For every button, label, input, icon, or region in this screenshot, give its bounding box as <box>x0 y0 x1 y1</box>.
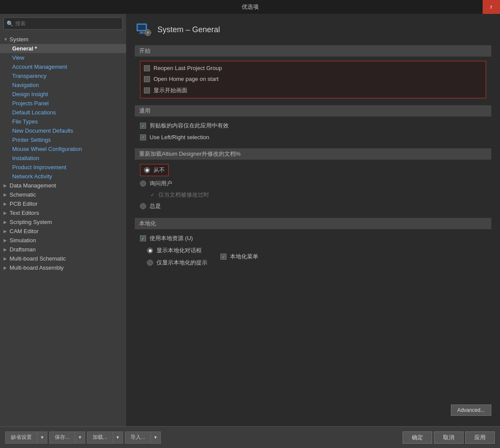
label-always: 总是 <box>150 202 161 210</box>
sidebar-item-label-file-types: File Types <box>12 118 38 125</box>
sidebar-item-account-mgmt[interactable]: Account Management <box>0 62 126 71</box>
sidebar-item-network-activity[interactable]: Network Activity <box>0 172 126 181</box>
sidebar-item-default-locations[interactable]: Default Locations <box>0 108 126 117</box>
tree-arrow-system: ▼ <box>3 37 10 42</box>
radio-always-row[interactable]: 总是 <box>140 201 486 211</box>
sidebar-item-label-simulation: Simulation <box>10 237 36 244</box>
sidebar-item-installation[interactable]: Installation <box>0 154 126 163</box>
checkbox-reopen-last-input[interactable] <box>144 65 150 71</box>
label-clipboard-local: 剪贴板的内容仅在此应用中有效 <box>150 122 229 130</box>
sidebar-item-label-projects-panel: Projects Panel <box>12 100 49 107</box>
label-only-when-modified: 仅当文档被修改过时 <box>158 191 209 199</box>
sidebar-item-data-mgmt[interactable]: ▶Data Management <box>0 181 126 190</box>
sidebar-item-label-network-activity: Network Activity <box>12 173 52 180</box>
sidebar-item-navigation[interactable]: Navigation <box>0 80 126 90</box>
advanced-button[interactable]: Advanced... <box>451 405 491 416</box>
import-arrow[interactable]: ▼ <box>151 431 161 444</box>
label-use-leftright: Use Left/Right selection <box>150 134 209 140</box>
tree-arrow-cam-editor: ▶ <box>3 229 10 234</box>
radio-ask-user-row[interactable]: 询问用户 <box>140 179 486 188</box>
radio-show-dialogs-row[interactable]: 显示本地化对话框 <box>147 246 207 255</box>
sidebar-item-file-types[interactable]: File Types <box>0 117 126 126</box>
sidebar-item-mouse-wheel[interactable]: Mouse Wheel Configuration <box>0 144 126 154</box>
search-box[interactable]: 🔍 <box>3 17 123 30</box>
checkbox-local-menu[interactable]: 本地化菜单 <box>220 252 258 261</box>
page-icon <box>135 21 152 38</box>
tree-arrow-schematic: ▶ <box>3 192 10 197</box>
import-button[interactable]: 导入... <box>125 431 151 444</box>
bottom-right: Advanced... <box>135 405 491 419</box>
search-input[interactable] <box>15 20 120 27</box>
sidebar-item-transparency[interactable]: Transparency <box>0 71 126 80</box>
radio-ask-user-input[interactable] <box>140 181 146 187</box>
tree-arrow-simulation: ▶ <box>3 238 10 243</box>
sidebar-item-label-data-mgmt: Data Management <box>10 182 56 189</box>
checkbox-show-splash-input[interactable] <box>144 87 150 94</box>
sidebar-item-text-editors[interactable]: ▶Text Editors <box>0 208 126 217</box>
sidebar-item-label-schematic: Schematic <box>10 191 36 198</box>
sidebar-item-multiboard-sch[interactable]: ▶Multi-board Schematic <box>0 254 126 263</box>
default-settings-button[interactable]: 缺省设置 <box>5 431 37 444</box>
load-arrow[interactable]: ▼ <box>113 431 123 444</box>
apply-button[interactable]: 应用 <box>465 431 495 444</box>
section-header-start: 开始 <box>135 45 491 57</box>
radio-always-input[interactable] <box>140 203 146 209</box>
save-button[interactable]: 保存... <box>49 431 75 444</box>
checkbox-reopen-last[interactable]: Reopen Last Project Group <box>144 64 482 72</box>
sidebar-item-label-draftsman: Draftsman <box>10 246 36 253</box>
sidebar-item-label-transparency: Transparency <box>12 73 47 79</box>
sidebar-item-scripting[interactable]: ▶Scripting System <box>0 217 126 227</box>
dialog-title: 优选项 <box>242 3 259 11</box>
checkbox-use-local[interactable]: 使用本地资源 (U) <box>140 234 486 243</box>
radio-show-dialogs-input[interactable] <box>147 247 153 254</box>
checkbox-use-leftright[interactable]: Use Left/Right selection <box>140 133 486 141</box>
sidebar-item-cam-editor[interactable]: ▶CAM Editor <box>0 227 126 236</box>
ok-button[interactable]: 确定 <box>403 431 432 444</box>
checkbox-open-home-input[interactable] <box>144 76 150 82</box>
radio-show-tips-row[interactable]: 仅显示本地化的提示 <box>147 258 207 267</box>
sidebar-item-general[interactable]: General * <box>0 44 126 53</box>
checkbox-use-leftright-input[interactable] <box>140 134 146 140</box>
sidebar-item-schematic[interactable]: ▶Schematic <box>0 190 126 199</box>
checkbox-open-home[interactable]: Open Home page on start <box>144 75 482 83</box>
section-header-localization: 本地化 <box>135 218 491 229</box>
sidebar-item-label-installation: Installation <box>12 155 39 161</box>
sidebar-item-projects-panel[interactable]: Projects Panel <box>0 99 126 108</box>
radio-show-tips-input[interactable] <box>147 260 153 266</box>
sidebar-item-view[interactable]: View <box>0 53 126 62</box>
sidebar-item-pcb-editor[interactable]: ▶PCB Editor <box>0 199 126 208</box>
localization-radios: 显示本地化对话框 仅显示本地化的提示 <box>147 246 207 267</box>
content-sections: 开始 Reopen Last Project Group Open Home p… <box>135 45 491 401</box>
checkbox-clipboard-local[interactable]: 剪贴板的内容仅在此应用中有效 <box>140 121 486 130</box>
sidebar-item-system[interactable]: ▼System <box>0 35 126 44</box>
localization-sub-options: 显示本地化对话框 仅显示本地化的提示 本地化菜单 <box>140 246 486 267</box>
load-group: 加载... ▼ <box>87 431 123 444</box>
checkbox-clipboard-local-input[interactable] <box>140 123 146 129</box>
sidebar-item-draftsman[interactable]: ▶Draftsman <box>0 245 126 254</box>
checkbox-use-local-input[interactable] <box>140 235 146 241</box>
default-settings-arrow[interactable]: ▼ <box>37 431 47 444</box>
radio-never-input[interactable] <box>144 167 150 173</box>
sidebar-item-product-improvement[interactable]: Product Improvement <box>0 163 126 172</box>
load-button[interactable]: 加载... <box>87 431 113 444</box>
close-button[interactable]: r <box>483 0 500 14</box>
checkbox-local-menu-input[interactable] <box>220 254 227 260</box>
label-local-menu: 本地化菜单 <box>230 253 258 261</box>
label-ask-user: 询问用户 <box>150 180 172 187</box>
section-header-reload: 重新加载Altium Designer外修改的文档% <box>135 148 491 160</box>
save-arrow[interactable]: ▼ <box>75 431 85 444</box>
import-group: 导入... ▼ <box>125 431 161 444</box>
sidebar-item-multiboard-asm[interactable]: ▶Multi-board Assembly <box>0 263 126 272</box>
sidebar-item-new-doc-defaults[interactable]: New Document Defaults <box>0 126 126 135</box>
svg-point-5 <box>147 31 149 34</box>
sidebar-item-label-multiboard-asm: Multi-board Assembly <box>10 264 63 271</box>
sidebar-item-simulation[interactable]: ▶Simulation <box>0 236 126 245</box>
cancel-button[interactable]: 取消 <box>434 431 463 444</box>
label-show-tips: 仅显示本地化的提示 <box>157 259 207 267</box>
radio-never-row[interactable]: 从不 <box>140 164 169 176</box>
checkbox-show-splash[interactable]: 显示开始画面 <box>144 86 482 95</box>
svg-rect-2 <box>140 32 143 33</box>
sidebar-item-printer-settings[interactable]: Printer Settings <box>0 135 126 144</box>
sidebar-item-design-insight[interactable]: Design Insight <box>0 90 126 99</box>
sidebar-item-label-default-locations: Default Locations <box>12 109 56 116</box>
